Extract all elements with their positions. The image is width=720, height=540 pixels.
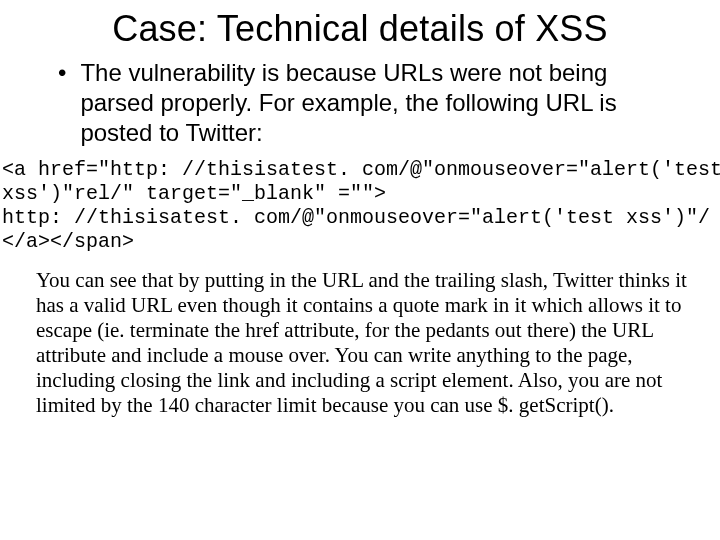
code-line-2: xss')"rel/" target="_blank" =""> — [2, 182, 386, 205]
explanation-paragraph: You can see that by putting in the URL a… — [36, 268, 692, 418]
code-line-1: <a href="http: //thisisatest. com/@"onmo… — [2, 158, 720, 181]
bullet-dot-icon: • — [58, 58, 66, 88]
bullet-block: • The vulnerability is because URLs were… — [58, 58, 680, 148]
bullet-text: The vulnerability is because URLs were n… — [80, 58, 680, 148]
code-block: <a href="http: //thisisatest. com/@"onmo… — [0, 158, 720, 254]
code-line-3: http: //thisisatest. com/@"onmouseover="… — [2, 206, 710, 229]
slide-title: Case: Technical details of XSS — [0, 8, 720, 50]
slide: Case: Technical details of XSS • The vul… — [0, 0, 720, 540]
bullet-row: • The vulnerability is because URLs were… — [58, 58, 680, 148]
code-line-4: </a></span> — [2, 230, 134, 253]
